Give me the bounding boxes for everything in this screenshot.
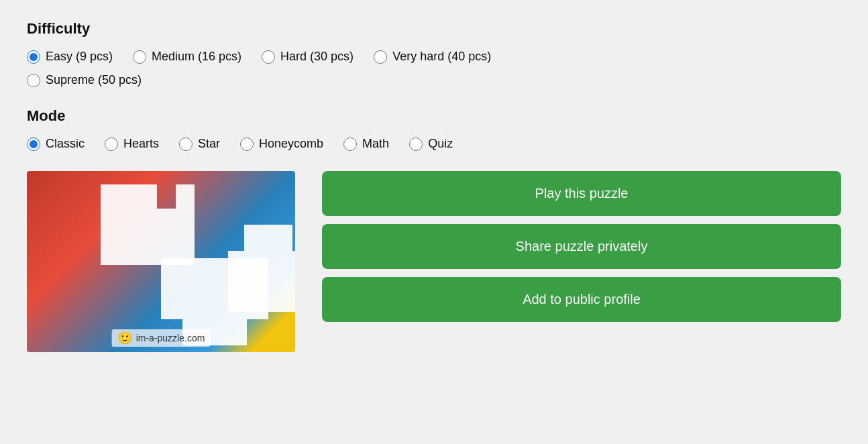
mode-classic-label: Classic [46,137,85,151]
puzzle-piece-3 [228,225,295,312]
difficulty-hard[interactable]: Hard (30 pcs) [262,50,354,64]
mode-options: Classic Hearts Star Honeycomb Math Quiz [27,137,841,151]
mode-honeycomb-label: Honeycomb [259,137,323,151]
watermark-text: im-a-puzzle.com [136,333,205,343]
difficulty-easy[interactable]: Easy (9 pcs) [27,50,113,64]
difficulty-very-hard-label: Very hard (40 pcs) [392,50,491,64]
difficulty-very-hard[interactable]: Very hard (40 pcs) [374,50,491,64]
buttons-area: Play this puzzle Share puzzle privately … [322,171,841,322]
difficulty-medium[interactable]: Medium (16 pcs) [133,50,241,64]
mode-quiz-radio[interactable] [409,137,423,151]
mode-hearts-radio[interactable] [105,137,118,151]
mode-math-radio[interactable] [343,137,357,151]
mode-star-label: Star [198,137,220,151]
difficulty-easy-label: Easy (9 pcs) [46,50,113,64]
mode-section: Mode Classic Hearts Star Honeycomb Math … [27,107,841,151]
difficulty-options-row2: Supreme (50 pcs) [27,73,841,87]
mode-quiz[interactable]: Quiz [409,137,453,151]
mode-quiz-label: Quiz [428,137,453,151]
content-area: 🙂 im-a-puzzle.com Play this puzzle Share… [27,171,841,352]
share-puzzle-button[interactable]: Share puzzle privately [322,224,841,269]
mode-star[interactable]: Star [179,137,220,151]
puzzle-preview: 🙂 im-a-puzzle.com [27,171,295,352]
mode-math[interactable]: Math [343,137,389,151]
mode-honeycomb[interactable]: Honeycomb [240,137,323,151]
difficulty-supreme-radio[interactable] [27,74,40,87]
difficulty-medium-label: Medium (16 pcs) [152,50,241,64]
puzzle-piece-1 [101,184,195,265]
difficulty-easy-radio[interactable] [27,50,40,64]
difficulty-hard-radio[interactable] [262,50,275,64]
add-profile-button[interactable]: Add to public profile [322,277,841,322]
mode-classic[interactable]: Classic [27,137,85,151]
mode-hearts[interactable]: Hearts [105,137,159,151]
difficulty-supreme[interactable]: Supreme (50 pcs) [27,73,142,87]
difficulty-section: Difficulty Easy (9 pcs) Medium (16 pcs) … [27,20,841,87]
puzzle-pieces [27,171,295,352]
difficulty-hard-label: Hard (30 pcs) [280,50,354,64]
difficulty-medium-radio[interactable] [133,50,146,64]
difficulty-title: Difficulty [27,20,841,38]
mode-hearts-label: Hearts [123,137,159,151]
mode-classic-radio[interactable] [27,137,40,151]
play-puzzle-button[interactable]: Play this puzzle [322,171,841,216]
mode-star-radio[interactable] [179,137,193,151]
mode-honeycomb-radio[interactable] [240,137,254,151]
difficulty-supreme-label: Supreme (50 pcs) [46,73,142,87]
mode-math-label: Math [362,137,389,151]
watermark: 🙂 im-a-puzzle.com [112,329,211,347]
difficulty-options: Easy (9 pcs) Medium (16 pcs) Hard (30 pc… [27,50,841,64]
mode-title: Mode [27,107,841,125]
watermark-emoji: 🙂 [117,331,132,345]
difficulty-very-hard-radio[interactable] [374,50,387,64]
